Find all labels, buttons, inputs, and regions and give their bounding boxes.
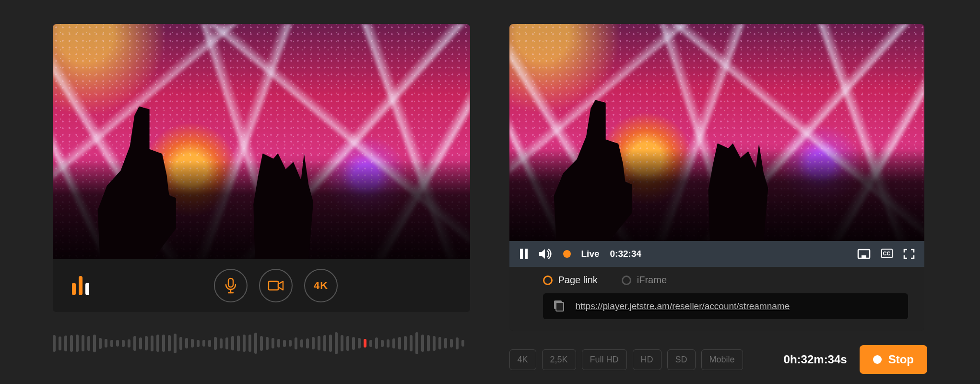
svg-rect-0 xyxy=(228,278,233,287)
quality-button[interactable]: 4K xyxy=(304,269,338,302)
encoder-column: 4K xyxy=(53,24,471,384)
cast-icon[interactable] xyxy=(857,249,871,259)
svg-rect-3 xyxy=(525,249,528,259)
pause-icon[interactable] xyxy=(519,249,529,259)
quality-label: 4K xyxy=(314,279,328,292)
captions-button[interactable]: CC xyxy=(881,249,893,258)
elapsed-time: 0:32:34 xyxy=(610,249,642,259)
encoder-toolbar: 4K xyxy=(53,259,470,312)
volume-icon[interactable] xyxy=(539,249,553,259)
session-timer: 0h:32m:34s xyxy=(784,353,847,366)
player-video[interactable] xyxy=(509,24,924,241)
quality-option[interactable]: 4K xyxy=(509,349,536,370)
stop-button[interactable]: Stop xyxy=(860,345,927,374)
svg-rect-5 xyxy=(862,255,866,258)
share-url-input[interactable] xyxy=(575,300,898,312)
share-panel: Page link iFrame xyxy=(509,267,924,331)
encoder-card: 4K xyxy=(53,24,470,312)
quality-option[interactable]: SD xyxy=(667,349,696,370)
audio-level-icon xyxy=(72,276,89,295)
share-tab-pagelink[interactable]: Page link xyxy=(543,275,598,286)
mic-button[interactable] xyxy=(214,269,248,302)
svg-rect-2 xyxy=(520,249,523,259)
player-card: Live 0:32:34 CC Page link iFrame xyxy=(509,24,924,331)
camera-icon xyxy=(268,279,284,292)
live-label: Live xyxy=(581,249,600,259)
radio-icon xyxy=(543,276,553,285)
svg-rect-7 xyxy=(556,302,564,311)
fullscreen-icon[interactable] xyxy=(903,249,915,259)
share-url-row xyxy=(543,293,908,319)
record-dot-icon xyxy=(873,355,882,364)
camera-button[interactable] xyxy=(259,269,293,302)
encoder-video-preview[interactable] xyxy=(53,24,470,259)
quality-option[interactable]: 2,5K xyxy=(542,349,576,370)
quality-option[interactable]: Full HD xyxy=(582,349,627,370)
app-root: 4K Live 0:32:34 CC xyxy=(0,0,980,384)
audio-waveform[interactable] xyxy=(53,329,470,358)
radio-icon xyxy=(622,276,631,285)
player-controls: Live 0:32:34 CC xyxy=(509,241,924,267)
quality-option[interactable]: HD xyxy=(633,349,661,370)
share-tab-iframe[interactable]: iFrame xyxy=(622,275,667,286)
quality-option[interactable]: Mobile xyxy=(701,349,743,370)
copy-icon[interactable] xyxy=(553,300,565,312)
live-dot-icon xyxy=(563,250,571,258)
player-footer: 4K2,5KFull HDHDSDMobile 0h:32m:34s Stop xyxy=(509,345,928,374)
player-column: Live 0:32:34 CC Page link iFrame xyxy=(509,24,928,384)
microphone-icon xyxy=(224,277,237,294)
svg-rect-1 xyxy=(269,281,278,290)
